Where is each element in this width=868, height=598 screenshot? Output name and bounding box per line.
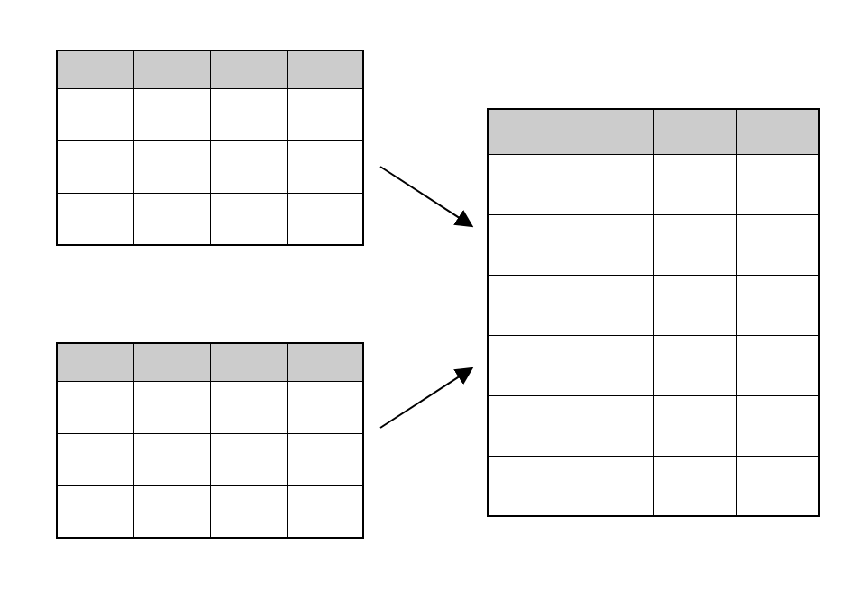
- data-cell: [287, 193, 363, 245]
- data-cell: [210, 485, 287, 538]
- data-cell: [571, 395, 653, 456]
- table-row: [488, 395, 819, 456]
- svg-line-1: [380, 167, 471, 225]
- table-row: [57, 485, 363, 538]
- data-cell: [736, 335, 819, 395]
- data-cell: [488, 275, 571, 335]
- data-cell: [210, 140, 287, 193]
- data-cell: [736, 456, 819, 516]
- svg-line-3: [380, 369, 471, 428]
- data-cell: [210, 433, 287, 485]
- source-table-bottom: [56, 342, 364, 539]
- data-cell: [287, 140, 363, 193]
- data-cell: [488, 154, 571, 214]
- arrow-bottom-icon: [376, 356, 484, 437]
- data-cell: [133, 381, 210, 433]
- data-cell: [571, 456, 653, 516]
- data-cell: [653, 395, 736, 456]
- table-row: [57, 193, 363, 245]
- header-cell: [133, 343, 210, 381]
- data-cell: [488, 335, 571, 395]
- data-cell: [287, 433, 363, 485]
- data-cell: [57, 381, 133, 433]
- table-row: [488, 275, 819, 335]
- data-cell: [57, 88, 133, 140]
- table-row: [488, 214, 819, 275]
- header-cell: [287, 343, 363, 381]
- table-row: [57, 88, 363, 140]
- data-cell: [287, 88, 363, 140]
- data-cell: [736, 275, 819, 335]
- data-cell: [653, 154, 736, 214]
- data-cell: [57, 433, 133, 485]
- data-cell: [133, 485, 210, 538]
- header-cell: [287, 50, 363, 88]
- data-cell: [736, 154, 819, 214]
- table-row: [488, 154, 819, 214]
- data-cell: [571, 214, 653, 275]
- data-cell: [571, 154, 653, 214]
- header-cell: [488, 109, 571, 154]
- data-cell: [571, 335, 653, 395]
- header-cell: [133, 50, 210, 88]
- header-cell: [653, 109, 736, 154]
- table-row: [57, 433, 363, 485]
- arrow-top-icon: [376, 158, 484, 239]
- header-cell: [57, 50, 133, 88]
- table-row: [488, 335, 819, 395]
- data-cell: [736, 214, 819, 275]
- data-cell: [653, 275, 736, 335]
- table-row: [57, 140, 363, 193]
- data-cell: [736, 395, 819, 456]
- header-cell: [57, 343, 133, 381]
- data-cell: [287, 381, 363, 433]
- table-row: [57, 381, 363, 433]
- data-cell: [488, 214, 571, 275]
- data-cell: [133, 140, 210, 193]
- data-cell: [210, 381, 287, 433]
- data-cell: [57, 140, 133, 193]
- table-header-row: [57, 343, 363, 381]
- data-cell: [57, 485, 133, 538]
- data-cell: [488, 456, 571, 516]
- data-cell: [653, 335, 736, 395]
- data-cell: [210, 88, 287, 140]
- data-cell: [653, 456, 736, 516]
- data-cell: [133, 88, 210, 140]
- merged-table: [487, 108, 820, 517]
- data-cell: [571, 275, 653, 335]
- table-header-row: [488, 109, 819, 154]
- table-header-row: [57, 50, 363, 88]
- data-cell: [133, 433, 210, 485]
- data-cell: [488, 395, 571, 456]
- data-cell: [210, 193, 287, 245]
- header-cell: [571, 109, 653, 154]
- data-cell: [653, 214, 736, 275]
- header-cell: [210, 343, 287, 381]
- table-row: [488, 456, 819, 516]
- source-table-top: [56, 50, 364, 246]
- data-cell: [57, 193, 133, 245]
- header-cell: [736, 109, 819, 154]
- header-cell: [210, 50, 287, 88]
- data-cell: [133, 193, 210, 245]
- data-cell: [287, 485, 363, 538]
